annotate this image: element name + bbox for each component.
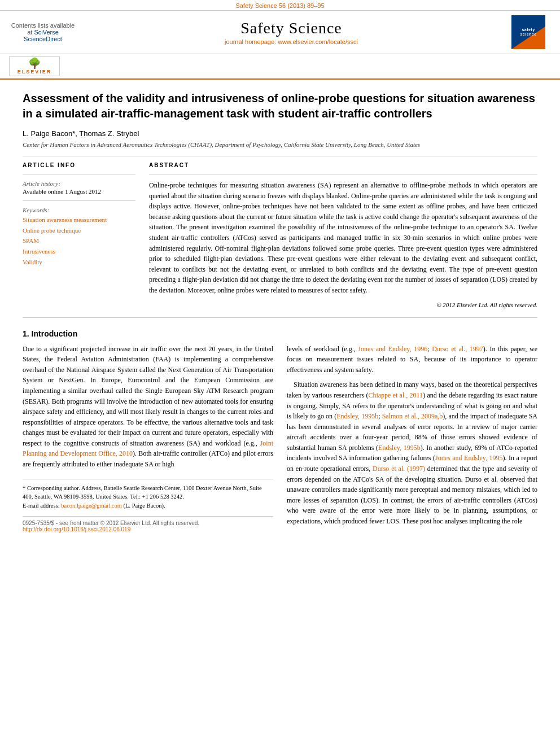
abstract-text: Online-probe techniques for measuring si… (149, 180, 537, 296)
contents-available: Contents lists available at SciVerse Sci… (9, 21, 77, 43)
email-link[interactable]: bacon.lpaige@gmail.com (61, 503, 122, 509)
cite-endsley-95b-2[interactable]: Endsley, 1995b (378, 444, 421, 452)
journal-ref-text: Safety Science 56 (2013) 89–95 (235, 2, 324, 9)
abstract-header: ABSTRACT (149, 162, 537, 168)
article-title: Assessment of the validity and intrusive… (23, 91, 537, 121)
divider-2 (23, 317, 537, 318)
elsevier-logo-inner: 🌳 ELSEVIER (18, 58, 52, 75)
available-online: Available online 1 August 2012 (23, 188, 135, 195)
issn-text: 0925-7535/$ - see front matter © 2012 El… (23, 520, 273, 526)
elsevier-wordmark: ELSEVIER (18, 69, 52, 75)
body-text-right: levels of workload (e.g., Jones and Ends… (287, 344, 537, 527)
cite-jones-endsley-95[interactable]: Jones and Endsley, 1995 (435, 454, 502, 462)
journal-url: journal homepage: www.elsevier.com/locat… (77, 38, 506, 45)
logo-text: safetyscience (520, 28, 536, 37)
article-history-label: Article history: (23, 180, 135, 187)
keyword-2: Online probe technique (23, 225, 135, 236)
cite-jpdo[interactable]: Joint Planning and Development Office, 2… (23, 439, 273, 458)
email-address: bacon.lpaige@gmail.com (61, 503, 122, 509)
cite-jones-endsley[interactable]: Jones and Endsley, 1996 (358, 345, 427, 353)
section-number: 1. (23, 329, 29, 338)
keyword-link-3[interactable]: SPAM (23, 237, 39, 244)
body-col-left: Due to a significant projected increase … (23, 344, 273, 532)
cite-salmon[interactable]: Salmon et al., 2009a,b (382, 412, 443, 420)
email-label: E-mail address: (23, 503, 60, 509)
elsevier-area: 🌳 ELSEVIER (0, 54, 560, 80)
banner-left: Contents lists available at SciVerse Sci… (9, 21, 77, 43)
cite-durso-97[interactable]: Durso et al., 1997 (432, 345, 483, 353)
keyword-3: SPAM (23, 235, 135, 246)
para-r1: levels of workload (e.g., Jones and Ends… (287, 344, 537, 375)
safety-science-logo: safetyscience (511, 15, 545, 49)
body-text-left: Due to a significant projected increase … (23, 344, 273, 470)
keyword-4: Intrusiveness (23, 246, 135, 257)
journal-banner: Contents lists available at SciVerse Sci… (0, 10, 560, 54)
doi-text: http://dx.doi.org/10.1016/j.ssci.2012.06… (23, 526, 130, 532)
banner-center: Safety Science journal homepage: www.els… (77, 19, 506, 45)
footnote-area: * Corresponding author. Address, Battell… (23, 479, 273, 510)
section-title-text: Introduction (32, 329, 78, 338)
para-1: Due to a significant projected increase … (23, 344, 273, 470)
author-names: L. Paige Bacon*, Thomas Z. Strybel (23, 129, 139, 138)
footnote-star-text: * Corresponding author. Address, Battell… (23, 485, 262, 500)
main-content: Assessment of the validity and intrusive… (0, 80, 560, 544)
body-two-col: Due to a significant projected increase … (23, 344, 537, 532)
authors: L. Paige Bacon*, Thomas Z. Strybel (23, 129, 537, 138)
article-info-abstract: ARTICLE INFO Article history: Available … (23, 162, 537, 308)
article-info-col: ARTICLE INFO Article history: Available … (23, 162, 135, 308)
elsevier-tree-icon: 🌳 (18, 58, 52, 68)
introduction-section: 1. Introduction Due to a significant pro… (23, 329, 537, 532)
footnote-star: * Corresponding author. Address, Battell… (23, 484, 273, 502)
section-title: 1. Introduction (23, 329, 537, 338)
para-r2: Situation awareness has been defined in … (287, 379, 537, 526)
doi-link[interactable]: http://dx.doi.org/10.1016/j.ssci.2012.06… (23, 526, 130, 532)
affiliation: Center for Human Factors in Advanced Aer… (23, 141, 537, 148)
divider-info (23, 174, 135, 174)
keyword-link-5[interactable]: Validity (23, 259, 42, 265)
copyright: © 2012 Elsevier Ltd. All rights reserved… (149, 302, 537, 308)
abstract-col: ABSTRACT Online-probe techniques for mea… (149, 162, 537, 308)
keywords-label: Keywords: (23, 207, 135, 213)
cite-durso-97-2[interactable]: Durso et al. (1997) (373, 465, 425, 473)
banner-right: safetyscience (506, 15, 551, 49)
keyword-link-2[interactable]: Online probe technique (23, 227, 81, 234)
doi-line: http://dx.doi.org/10.1016/j.ssci.2012.06… (23, 526, 273, 532)
divider-1 (23, 156, 537, 156)
elsevier-logo: 🌳 ELSEVIER (9, 56, 60, 76)
cite-endsley-95b[interactable]: Endsley, 1995b (336, 412, 378, 420)
article-info-header: ARTICLE INFO (23, 162, 135, 168)
keyword-link-4[interactable]: Intrusiveness (23, 248, 55, 255)
email-person: (L. Paige Bacon). (124, 503, 165, 509)
cite-chiappe[interactable]: Chiappe et al., 2011 (368, 391, 423, 399)
keyword-link-1[interactable]: Situation awareness measurement (23, 216, 107, 223)
divider-abstract (149, 174, 537, 174)
body-col-right: levels of workload (e.g., Jones and Ends… (287, 344, 537, 532)
keyword-1: Situation awareness measurement (23, 215, 135, 225)
bottom-bar: 0925-7535/$ - see front matter © 2012 El… (23, 516, 273, 532)
keyword-5: Validity (23, 257, 135, 268)
journal-title: Safety Science (77, 19, 506, 37)
footnote-email: E-mail address: bacon.lpaige@gmail.com (… (23, 501, 273, 510)
journal-reference: Safety Science 56 (2013) 89–95 (0, 0, 560, 10)
divider-kw (23, 200, 135, 201)
keywords-list: Situation awareness measurement Online p… (23, 215, 135, 267)
